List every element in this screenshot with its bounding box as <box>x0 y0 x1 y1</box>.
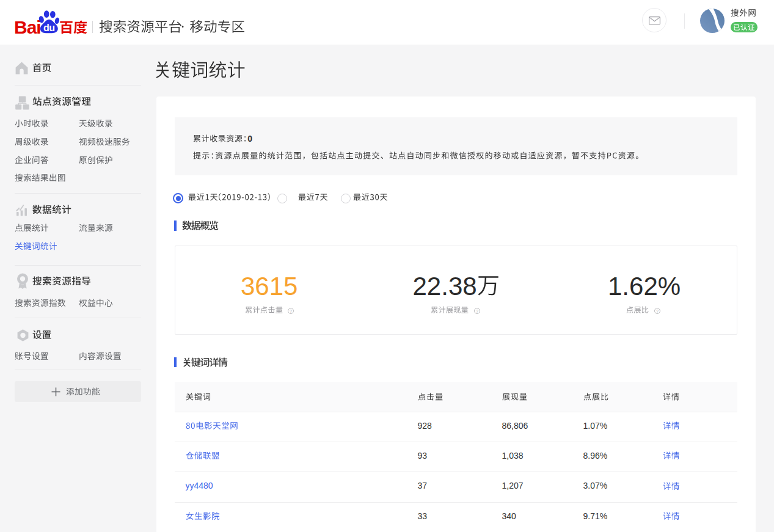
svg-text:?: ? <box>656 309 659 313</box>
svg-text:du: du <box>43 23 55 33</box>
svg-text:?: ? <box>290 309 292 313</box>
svg-text:?: ? <box>476 309 478 313</box>
